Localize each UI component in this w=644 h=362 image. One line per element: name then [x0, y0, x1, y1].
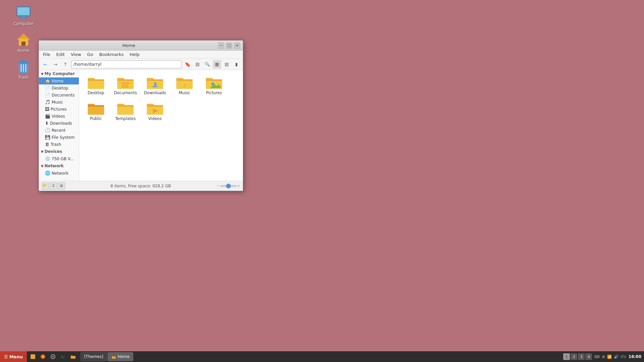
- sidebar-item-videos-label: Videos: [52, 114, 65, 119]
- sidebar-item-recent[interactable]: 🕐 Recent: [39, 127, 79, 134]
- settings-quick-icon[interactable]: [48, 352, 58, 361]
- home-taskbar-icon: [111, 355, 116, 359]
- svg-text:♪: ♪: [183, 83, 186, 88]
- sidebar-item-desktop[interactable]: 📄 Desktop: [39, 84, 79, 92]
- zoom-slider[interactable]: − +: [216, 184, 240, 188]
- sidebar-item-videos[interactable]: 🎬 Videos: [39, 113, 79, 120]
- taskbar-apps: [Themes] Home: [79, 352, 561, 361]
- statusbar-panel-button[interactable]: ⊞: [58, 182, 65, 190]
- sidebar-section-devices[interactable]: ▼ Devices: [39, 148, 79, 155]
- menu-file[interactable]: File: [40, 51, 53, 58]
- folder-quick-icon[interactable]: [68, 352, 78, 361]
- firefox-quick-icon[interactable]: [38, 352, 48, 361]
- new-tab-button[interactable]: ▤: [193, 60, 202, 69]
- home-icon: [15, 32, 32, 48]
- recent-sidebar-icon: 🕐: [45, 128, 50, 133]
- menu-edit[interactable]: Edit: [54, 51, 67, 58]
- sidebar-item-hdd[interactable]: 💿 750 GB V...: [39, 155, 79, 162]
- file-item-templates[interactable]: Templates: [112, 99, 139, 122]
- taskbar-app-themes[interactable]: [Themes]: [80, 352, 107, 361]
- menu-bookmarks[interactable]: Bookmarks: [97, 51, 126, 58]
- forward-button[interactable]: →: [51, 60, 60, 69]
- statusbar: 📂 ↕ ⊞ 8 items, Free space: 928.2 GB − +: [39, 181, 243, 191]
- terminal-quick-icon[interactable]: $_: [58, 352, 68, 361]
- sidebar-section-my-computer[interactable]: ▼ My Computer: [39, 70, 79, 77]
- bookmark-button[interactable]: 🔖: [183, 60, 192, 69]
- sidebar-section-devices-label: Devices: [45, 149, 62, 154]
- workspace-3[interactable]: 3: [578, 353, 585, 360]
- list-view-button[interactable]: ▤: [222, 60, 231, 69]
- file-item-downloads[interactable]: Downloads: [142, 73, 168, 97]
- up-button[interactable]: ↑: [61, 60, 70, 69]
- file-item-public[interactable]: Public: [83, 99, 109, 122]
- sidebar-item-trash[interactable]: 🗑 Trash: [39, 141, 79, 148]
- maximize-button[interactable]: □: [226, 43, 232, 49]
- sidebar-item-home[interactable]: 🏠 Home: [39, 77, 79, 84]
- menu-view[interactable]: View: [68, 51, 84, 58]
- workspace-2[interactable]: 2: [571, 353, 577, 360]
- back-button[interactable]: ←: [41, 60, 50, 69]
- statusbar-sort-button[interactable]: ↕: [50, 182, 57, 190]
- svg-rect-3: [19, 17, 28, 18]
- taskbar-quick-icons: $_: [27, 352, 79, 361]
- files-area: Desktop Documents: [79, 70, 243, 181]
- file-manager-window: Home − □ × File Edit View Go Bookmarks H…: [39, 40, 243, 191]
- svg-point-35: [52, 356, 54, 357]
- address-bar[interactable]: /home/darryl: [71, 60, 182, 68]
- sidebar-item-trash-label: Trash: [51, 142, 61, 147]
- file-label-desktop: Desktop: [88, 90, 104, 95]
- file-item-desktop[interactable]: Desktop: [83, 73, 109, 97]
- workspace-1[interactable]: 1: [563, 353, 570, 360]
- statusbar-open-button[interactable]: 📂: [42, 182, 49, 190]
- file-item-videos[interactable]: Videos: [142, 99, 168, 122]
- toolbar: ← → ↑ /home/darryl 🔖 ▤ 🔍 ▦ ▤ ▮: [39, 59, 243, 70]
- close-button[interactable]: ×: [234, 43, 240, 49]
- sidebar-item-filesystem[interactable]: 💾 File System: [39, 134, 79, 141]
- keyboard-indicator: ⌨: [594, 355, 599, 359]
- folder-downloads-icon: [146, 75, 164, 89]
- svg-rect-22: [176, 79, 193, 81]
- sidebar-section-network[interactable]: ▼ Network: [39, 162, 79, 170]
- sidebar-item-documents[interactable]: 📄 Documents: [39, 92, 79, 99]
- taskbar-app-home[interactable]: Home: [108, 352, 133, 361]
- sidebar-item-pictures[interactable]: 🖼 Pictures: [39, 106, 79, 113]
- music-sidebar-icon: 🎵: [45, 100, 50, 105]
- filesystem-sidebar-icon: 💾: [45, 135, 50, 140]
- workspace-4[interactable]: 4: [585, 353, 592, 360]
- menu-help[interactable]: Help: [127, 51, 142, 58]
- svg-point-33: [42, 355, 44, 358]
- sidebar-item-recent-label: Recent: [52, 128, 65, 133]
- sidebar-item-downloads[interactable]: ⬇ Downloads: [39, 120, 79, 127]
- main-area: ▼ My Computer 🏠 Home 📄 Desktop 📄 Documen…: [39, 70, 243, 181]
- desktop-icon-trash[interactable]: Trash: [10, 57, 37, 81]
- menu-button[interactable]: ☰ Menu: [0, 351, 27, 362]
- sidebar-item-hdd-label: 750 GB V...: [52, 157, 74, 161]
- sidebar-item-network[interactable]: 🌐 Network: [39, 170, 79, 177]
- folder-documents-icon: [117, 75, 134, 89]
- slider-thumb[interactable]: [226, 184, 231, 188]
- slider-track[interactable]: [220, 185, 237, 187]
- minimize-button[interactable]: −: [218, 43, 224, 49]
- sidebar-item-music[interactable]: 🎵 Music: [39, 99, 79, 106]
- desktop-icon-home[interactable]: Home: [10, 30, 37, 54]
- file-item-documents[interactable]: Documents: [112, 73, 139, 97]
- network-sidebar-icon: 🌐: [45, 171, 50, 176]
- compact-view-button[interactable]: ▮: [232, 60, 241, 69]
- volume-indicator: 🔊: [614, 355, 619, 359]
- menu-label: Menu: [9, 354, 23, 359]
- desktop-icon-trash-label: Trash: [18, 75, 29, 80]
- search-button[interactable]: 🔍: [203, 60, 212, 69]
- menu-go[interactable]: Go: [85, 51, 96, 58]
- svg-marker-4: [17, 34, 30, 40]
- desktop-icon-home-label: Home: [17, 48, 29, 53]
- display-indicator: 🖥: [601, 355, 605, 359]
- file-item-pictures[interactable]: Pictures: [201, 73, 227, 97]
- svg-rect-2: [21, 16, 25, 17]
- files-quick-icon[interactable]: [28, 352, 38, 361]
- desktop-icon-computer[interactable]: Computer: [10, 3, 37, 27]
- icon-view-button[interactable]: ▦: [213, 60, 221, 69]
- svg-rect-1: [17, 7, 30, 15]
- file-item-music[interactable]: ♪ Music: [171, 73, 198, 97]
- documents-sidebar-icon: 📄: [45, 93, 50, 98]
- taskbar-app-themes-label: [Themes]: [84, 354, 103, 359]
